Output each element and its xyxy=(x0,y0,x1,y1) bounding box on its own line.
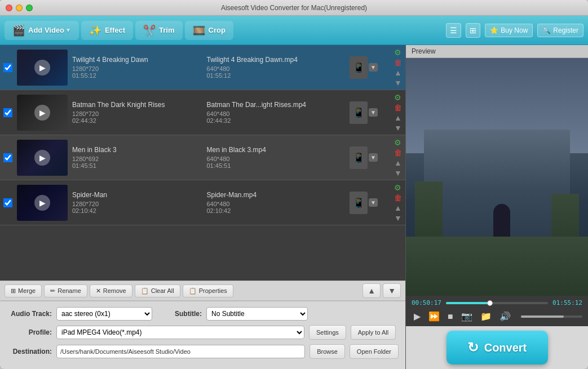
audio-track-label: Audio Track: xyxy=(7,310,52,318)
move-up-icon-4[interactable]: ▲ xyxy=(394,203,402,212)
buy-now-button[interactable]: ⭐ Buy Now xyxy=(485,24,533,37)
play-icon-1: ▶ xyxy=(34,60,50,75)
table-row[interactable]: ▶ Men in Black 3 1280*692 01:45:51 Men i… xyxy=(0,135,405,180)
file-name-2: Batman The Dark Knight Rises xyxy=(72,101,202,109)
crop-button[interactable]: 🎞️ Crop xyxy=(185,21,233,40)
remove-icon: ✕ xyxy=(96,287,101,295)
device-icon-4[interactable]: 📱 xyxy=(350,192,368,214)
move-up-icon-2[interactable]: ▲ xyxy=(394,113,402,122)
settings-icon-2[interactable]: ⚙ xyxy=(394,93,402,102)
delete-icon-3[interactable]: 🗑 xyxy=(394,148,402,157)
profile-select[interactable]: iPad MPEG4 Video(*.mp4) xyxy=(56,326,304,339)
time-slider[interactable] xyxy=(446,302,548,304)
rename-button[interactable]: ✏ Rename xyxy=(44,284,87,297)
folder-button[interactable]: 📁 xyxy=(478,310,494,323)
output-meta-3: 640*480 01:45:51 xyxy=(207,155,337,169)
destination-label: Destination: xyxy=(7,348,52,355)
file-checkbox-4[interactable] xyxy=(3,198,12,207)
device-icon-1[interactable]: 📱 xyxy=(350,56,368,79)
settings-icon-3[interactable]: ⚙ xyxy=(394,138,402,147)
minimize-button[interactable] xyxy=(16,5,23,11)
settings-icon-1[interactable]: ⚙ xyxy=(394,48,402,57)
file-output-2: Batman The Dar...ight Rises.mp4 640*480 … xyxy=(207,101,337,124)
subtitle-select[interactable]: No Subtitle xyxy=(206,307,308,321)
register-button[interactable]: 🔍 Register xyxy=(537,24,583,37)
convert-button[interactable]: ↻ Convert xyxy=(446,331,548,364)
device-select-3: 📱 ▼ xyxy=(350,146,378,169)
volume-slider[interactable] xyxy=(521,315,582,318)
star-icon: ⭐ xyxy=(490,26,498,34)
clear-all-icon: 📋 xyxy=(141,287,149,295)
audio-track-select[interactable]: aac stereo (0x1) xyxy=(56,307,152,321)
bottom-controls: Audio Track: aac stereo (0x1) Subtitle: … xyxy=(0,301,405,369)
file-checkbox-2[interactable] xyxy=(3,108,12,117)
file-meta-4: 1280*720 02:10:42 xyxy=(72,201,202,214)
move-up-icon-1[interactable]: ▲ xyxy=(394,68,402,77)
device-dropdown-2[interactable]: ▼ xyxy=(369,108,378,117)
open-folder-button[interactable]: Open Folder xyxy=(350,344,399,359)
file-actions-1: 📱 ▼ xyxy=(341,56,386,79)
move-down-icon-1[interactable]: ▼ xyxy=(394,78,402,87)
add-video-button[interactable]: 🎬 Add Video ▼ xyxy=(5,21,79,40)
destination-input[interactable] xyxy=(56,345,305,358)
table-row[interactable]: ▶ Spider-Man 1280*720 02:10:42 Spider-Ma… xyxy=(0,180,405,225)
scene-ground xyxy=(406,237,588,296)
apply-to-all-button[interactable]: Apply to All xyxy=(351,325,396,340)
maximize-button[interactable] xyxy=(26,5,33,11)
file-output-1: Twilight 4 Breaking Dawn.mp4 640*480 01:… xyxy=(207,56,337,79)
device-dropdown-3[interactable]: ▼ xyxy=(369,153,378,162)
move-up-button[interactable]: ▲ xyxy=(362,283,381,298)
file-checkbox-1[interactable] xyxy=(3,63,12,72)
play-button[interactable]: ▶ xyxy=(412,310,423,323)
effect-icon: ✨ xyxy=(89,24,101,37)
device-dropdown-1[interactable]: ▼ xyxy=(369,63,378,72)
action-icons-4: ⚙ 🗑 ▲ ▼ xyxy=(394,183,402,223)
add-video-dropdown-icon[interactable]: ▼ xyxy=(65,27,71,33)
file-checkbox-3[interactable] xyxy=(3,153,12,162)
crop-label: Crop xyxy=(209,26,226,34)
trim-button[interactable]: ✂️ Trim xyxy=(135,21,182,40)
device-icon-2[interactable]: 📱 xyxy=(350,101,368,124)
list-view-button[interactable]: ☰ xyxy=(446,23,461,38)
browse-button[interactable]: Browse xyxy=(310,344,345,359)
table-row[interactable]: ▶ Twilight 4 Breaking Dawn 1280*720 01:5… xyxy=(0,45,405,90)
time-progress xyxy=(446,302,490,304)
profile-row: Profile: iPad MPEG4 Video(*.mp4) Setting… xyxy=(7,325,399,340)
register-label: Register xyxy=(553,26,578,34)
merge-button[interactable]: ⊞ Merge xyxy=(5,284,42,297)
fast-forward-button[interactable]: ⏩ xyxy=(426,310,442,323)
delete-icon-2[interactable]: 🗑 xyxy=(394,103,402,112)
delete-icon-4[interactable]: 🗑 xyxy=(394,193,402,202)
file-meta-1: 1280*720 01:55:12 xyxy=(72,65,202,79)
stop-button[interactable]: ■ xyxy=(445,310,456,323)
effect-button[interactable]: ✨ Effect xyxy=(81,21,133,40)
move-down-button[interactable]: ▼ xyxy=(383,283,401,298)
time-thumb[interactable] xyxy=(487,300,493,306)
move-down-icon-4[interactable]: ▼ xyxy=(394,214,402,223)
remove-button[interactable]: ✕ Remove xyxy=(90,284,132,297)
move-up-icon-3[interactable]: ▲ xyxy=(394,158,402,167)
window-controls xyxy=(6,5,33,11)
audio-subtitle-row: Audio Track: aac stereo (0x1) Subtitle: … xyxy=(7,307,399,321)
device-icon-3[interactable]: 📱 xyxy=(350,146,368,169)
trim-label: Trim xyxy=(159,26,174,34)
settings-button[interactable]: Settings xyxy=(309,325,346,340)
clear-all-button[interactable]: 📋 Clear All xyxy=(135,284,180,297)
volume-icon[interactable]: 🔊 xyxy=(497,310,513,323)
move-down-icon-2[interactable]: ▼ xyxy=(394,123,402,132)
properties-button[interactable]: 📋 Properties xyxy=(183,284,233,297)
grid-view-button[interactable]: ⊞ xyxy=(466,23,480,38)
title-bar: Aiseesoft Video Converter for Mac(Unregi… xyxy=(0,0,588,16)
thumbnail-3: ▶ xyxy=(17,140,68,176)
main-toolbar: 🎬 Add Video ▼ ✨ Effect ✂️ Trim 🎞️ Crop ☰… xyxy=(0,16,588,45)
table-row[interactable]: ▶ Batman The Dark Knight Rises 1280*720 … xyxy=(0,90,405,135)
settings-icon-4[interactable]: ⚙ xyxy=(394,183,402,192)
delete-icon-1[interactable]: 🗑 xyxy=(394,58,402,67)
move-down-icon-3[interactable]: ▼ xyxy=(394,168,402,177)
close-button[interactable] xyxy=(6,5,12,11)
snapshot-button[interactable]: 📷 xyxy=(459,310,475,323)
device-dropdown-4[interactable]: ▼ xyxy=(369,198,378,207)
subtitle-label: Subtitle: xyxy=(157,310,202,318)
device-select-4: 📱 ▼ xyxy=(350,192,378,214)
volume-progress xyxy=(521,315,564,318)
